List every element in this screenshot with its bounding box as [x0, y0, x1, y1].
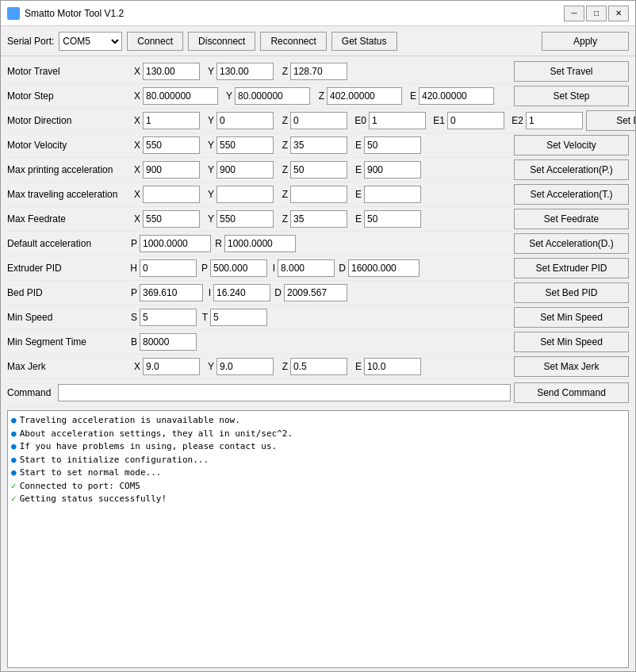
- extruder-pid-d-input[interactable]: [348, 259, 420, 277]
- motor-step-x-input[interactable]: [143, 87, 218, 105]
- get-status-button[interactable]: Get Status: [331, 32, 397, 51]
- default-accel-p-input[interactable]: [140, 235, 211, 252]
- max-print-z-input[interactable]: [290, 161, 347, 179]
- max-travel-x-input[interactable]: [143, 186, 200, 203]
- log-area: ● Traveling acceleration is unavailable …: [7, 410, 629, 668]
- log-text-6: Connected to port: COM5: [20, 480, 140, 493]
- set-feedrate-button[interactable]: Set Feedrate: [514, 209, 629, 229]
- motor-travel-z-label: Z: [275, 66, 288, 77]
- max-jerk-x-label: X: [128, 361, 140, 372]
- log-text-4: Start to initialize configuration...: [20, 454, 209, 467]
- max-jerk-z-input[interactable]: [290, 358, 347, 375]
- feedrate-x-input[interactable]: [143, 210, 200, 228]
- set-min-segment-button[interactable]: Set Min Speed: [514, 332, 629, 352]
- extruder-pid-i-input[interactable]: [278, 259, 335, 277]
- max-travel-z-label: Z: [275, 189, 288, 200]
- feedrate-e-input[interactable]: [364, 210, 421, 228]
- maximize-button[interactable]: □: [586, 6, 607, 21]
- content-area: Motor Travel X Y Z Set Travel Motor Step…: [1, 56, 635, 671]
- motor-velocity-label: Motor Velocity: [7, 140, 126, 151]
- motor-dir-x-input[interactable]: [143, 112, 200, 129]
- connect-button[interactable]: Connect: [127, 32, 183, 51]
- extruder-pid-h-input[interactable]: [140, 259, 197, 277]
- motor-travel-z-input[interactable]: [290, 63, 347, 80]
- minimize-button[interactable]: ─: [564, 6, 584, 21]
- min-speed-t-input[interactable]: [210, 309, 267, 326]
- motor-vel-e-input[interactable]: [364, 136, 421, 154]
- max-travel-y-input[interactable]: [216, 186, 274, 203]
- send-command-button[interactable]: Send Command: [514, 382, 629, 403]
- set-velocity-button[interactable]: Set Velocity: [514, 135, 629, 156]
- max-print-e-label: E: [349, 164, 362, 175]
- log-line-5: ● Start to set normal mode...: [11, 467, 625, 480]
- disconnect-button[interactable]: Disconnect: [188, 32, 255, 51]
- window-title: Smatto Motor Tool V1.2: [25, 8, 564, 19]
- bed-pid-p-input[interactable]: [140, 284, 203, 301]
- motor-dir-e0-input[interactable]: [369, 112, 426, 129]
- bed-pid-d-input[interactable]: [284, 284, 347, 301]
- set-direction-button[interactable]: Set Direction: [586, 110, 635, 131]
- motor-step-z-label: Z: [312, 90, 324, 102]
- max-print-y-input[interactable]: [216, 161, 274, 179]
- feedrate-z-input[interactable]: [290, 210, 347, 228]
- max-travel-accel-label: Max traveling acceleration: [7, 189, 126, 200]
- log-bullet-4: ●: [11, 454, 17, 467]
- default-accel-r-input[interactable]: [224, 235, 296, 252]
- motor-vel-y-input[interactable]: [216, 136, 274, 154]
- motor-travel-row: Motor Travel X Y Z Set Travel: [7, 60, 629, 84]
- motor-step-y-input[interactable]: [235, 87, 310, 105]
- default-accel-r-label: R: [213, 238, 222, 249]
- motor-vel-x-input[interactable]: [143, 136, 200, 154]
- max-travel-z-input[interactable]: [290, 186, 347, 203]
- motor-step-z-input[interactable]: [327, 87, 402, 105]
- feedrate-y-input[interactable]: [216, 210, 274, 228]
- motor-dir-z-label: Z: [275, 115, 288, 126]
- motor-travel-x-input[interactable]: [143, 63, 200, 80]
- set-bed-pid-button[interactable]: Set Bed PID: [514, 282, 629, 303]
- bed-pid-label: Bed PID: [7, 287, 126, 298]
- log-line-7: ✓ Getting status successfully!: [11, 493, 625, 506]
- max-jerk-x-input[interactable]: [143, 358, 200, 375]
- serial-port-select[interactable]: COM5: [59, 32, 122, 51]
- log-bullet-3: ●: [11, 440, 17, 454]
- max-jerk-e-input[interactable]: [364, 358, 421, 375]
- set-step-button[interactable]: Set Step: [514, 86, 629, 106]
- log-bullet-5: ●: [11, 467, 17, 480]
- motor-step-e-input[interactable]: [419, 87, 494, 105]
- set-accel-default-button[interactable]: Set Acceleration(D.): [514, 233, 629, 254]
- min-speed-s-input[interactable]: [140, 309, 197, 326]
- set-extruder-pid-button[interactable]: Set Extruder PID: [514, 258, 629, 278]
- reconnect-button[interactable]: Reconnect: [260, 32, 326, 51]
- motor-dir-e1-input[interactable]: [447, 112, 504, 129]
- extruder-pid-h-label: H: [128, 263, 137, 274]
- window-controls: ─ □ ✕: [564, 6, 629, 21]
- bed-pid-i-input[interactable]: [213, 284, 270, 301]
- motor-dir-e2-input[interactable]: [526, 112, 583, 129]
- max-print-e-input[interactable]: [364, 161, 421, 179]
- min-segment-time-label: Min Segment Time: [7, 336, 126, 348]
- extruder-pid-p-input[interactable]: [210, 259, 267, 277]
- set-accel-print-button[interactable]: Set Acceleration(P.): [514, 159, 629, 180]
- motor-dir-z-input[interactable]: [290, 112, 347, 129]
- motor-velocity-row: Motor Velocity X Y Z E Set Velocity: [7, 133, 629, 158]
- log-line-3: ● If you have problems in using, please …: [11, 440, 625, 454]
- set-min-speed-button[interactable]: Set Min Speed: [514, 307, 629, 328]
- min-segment-b-input[interactable]: [140, 333, 197, 351]
- apply-button[interactable]: Apply: [542, 32, 629, 51]
- motor-dir-y-input[interactable]: [216, 112, 274, 129]
- max-print-x-input[interactable]: [143, 161, 200, 179]
- close-button[interactable]: ✕: [608, 6, 629, 21]
- max-jerk-y-input[interactable]: [216, 358, 274, 375]
- set-travel-button[interactable]: Set Travel: [514, 61, 629, 82]
- command-input[interactable]: [58, 384, 511, 401]
- max-travel-accel-row: Max traveling acceleration X Y Z E Set A…: [7, 182, 629, 207]
- log-text-7: Getting status successfully!: [20, 493, 167, 506]
- set-accel-travel-button[interactable]: Set Acceleration(T.): [514, 184, 629, 205]
- set-max-jerk-button[interactable]: Set Max Jerk: [514, 356, 629, 377]
- motor-travel-y-input[interactable]: [216, 63, 274, 80]
- default-accel-label: Default acceleration: [7, 238, 126, 249]
- log-bullet-2: ●: [11, 428, 17, 441]
- max-travel-e-label: E: [349, 189, 362, 200]
- max-travel-e-input[interactable]: [364, 186, 421, 203]
- motor-vel-z-input[interactable]: [290, 136, 347, 154]
